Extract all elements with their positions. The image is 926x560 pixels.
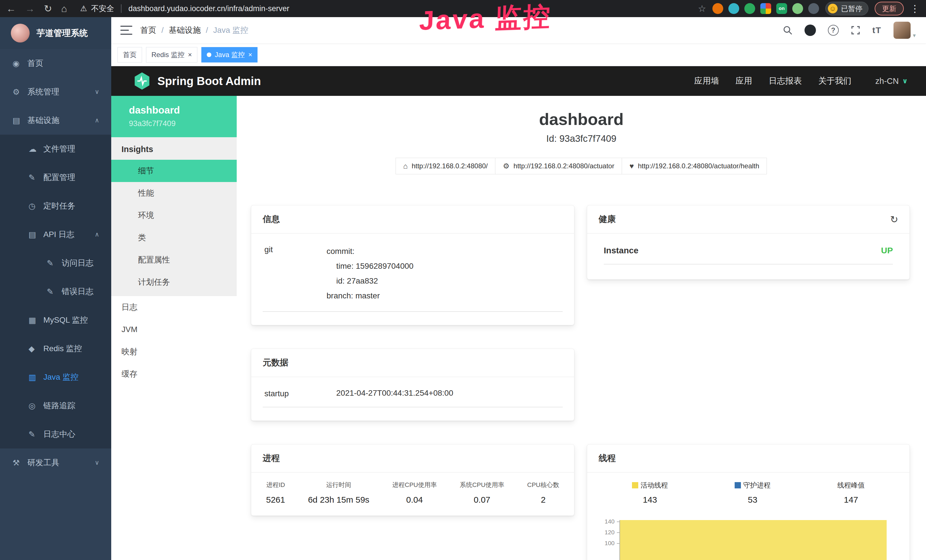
- instance-home-link[interactable]: ⌂http://192.168.0.2:48080/: [396, 158, 496, 174]
- hamburger-icon[interactable]: [120, 26, 132, 35]
- tab-label: Redis 监控: [151, 50, 185, 59]
- sidebar-item-system[interactable]: ⚙系统管理∨: [0, 77, 111, 106]
- sba-menu-item[interactable]: 计划任务: [111, 271, 237, 293]
- edit-icon: ✎: [29, 173, 43, 182]
- sidebar-item-api-log[interactable]: ▤API 日志∧: [0, 220, 111, 249]
- cloud-icon: ☁: [29, 144, 43, 154]
- sba-nav-about[interactable]: 关于我们: [818, 75, 851, 87]
- tab-java-monitor[interactable]: Java 监控×: [201, 47, 257, 62]
- address-bar[interactable]: ⚠ 不安全 dashboard.yudao.iocoder.cn/infra/a…: [80, 3, 289, 14]
- instance-health-link[interactable]: ♥http://192.168.0.2:48080/actuator/healt…: [622, 158, 767, 174]
- app-main: 首页/基础设施/Java 监控 ? tT: [111, 17, 926, 560]
- sidebar-item-files[interactable]: ☁文件管理: [0, 135, 111, 163]
- tab-home[interactable]: 首页: [118, 47, 142, 62]
- sba-menu-item[interactable]: 配置属性: [111, 249, 237, 271]
- sidebar-item-access-log[interactable]: ✎访问日志: [0, 249, 111, 277]
- sba-sidebar: dashboard 93a3fc7f7409 Insights 细节性能环境类配…: [111, 96, 237, 560]
- extension-fox-icon[interactable]: [713, 3, 723, 14]
- legend-value: 53: [735, 495, 770, 505]
- info-value: commit:time: 1596289704000id: 27aa832bra…: [327, 244, 561, 303]
- sidebar-item-tracing[interactable]: ◎链路追踪: [0, 391, 111, 420]
- sidebar-item-scheduled-jobs[interactable]: ◷定时任务: [0, 192, 111, 220]
- security-label: 不安全: [91, 3, 114, 14]
- instance-header[interactable]: dashboard 93a3fc7f7409: [111, 96, 237, 137]
- health-status: UP: [881, 246, 893, 255]
- sba-nav-applications[interactable]: 应用: [735, 75, 752, 87]
- legend-value: 147: [837, 495, 865, 505]
- threads-chart-wrap: 140 120 100: [587, 507, 909, 560]
- sidebar-item-error-log[interactable]: ✎错误日志: [0, 277, 111, 306]
- extension-drop-icon[interactable]: [728, 3, 739, 14]
- sidebar-item-dev-tools[interactable]: ⚒研发工具∨: [0, 448, 111, 477]
- sidebar-item-label: 首页: [27, 58, 43, 69]
- extension-on-badge-icon[interactable]: on: [776, 3, 787, 14]
- metric-value: 6d 23h 15m 59s: [308, 495, 369, 505]
- close-icon[interactable]: ×: [188, 51, 192, 58]
- sba-menu-item[interactable]: 环境: [111, 204, 237, 227]
- sidebar-item-config[interactable]: ✎配置管理: [0, 163, 111, 192]
- page-title: dashboard: [251, 109, 912, 129]
- sidebar-item-redis-monitor[interactable]: ◆Redis 监控: [0, 334, 111, 363]
- locale-selector[interactable]: zh-CN ∨: [875, 76, 908, 86]
- error-log-icon: ✎: [47, 287, 62, 297]
- sba-menu-item[interactable]: 缓存: [111, 363, 237, 385]
- browser-actions: ☆ on ☺ 已暂停 更新 ⋮: [698, 2, 920, 15]
- search-icon[interactable]: [783, 26, 793, 35]
- tab-redis-monitor[interactable]: Redis 监控×: [146, 47, 197, 62]
- sba-menu-item[interactable]: 类: [111, 227, 237, 249]
- sidebar-item-mysql-monitor[interactable]: ▦MySQL 监控: [0, 306, 111, 334]
- update-button[interactable]: 更新: [875, 2, 904, 15]
- sidebar-item-java-monitor[interactable]: ▥Java 监控: [0, 363, 111, 391]
- log-icon: ▤: [29, 230, 43, 239]
- sidebar-item-infrastructure[interactable]: ▤基础设施∧: [0, 106, 111, 135]
- reload-icon[interactable]: ↻: [44, 4, 52, 14]
- bookmark-star-icon[interactable]: ☆: [698, 3, 706, 14]
- annotation-java-monitor: Java 监控: [419, 0, 552, 39]
- locale-label: zh-CN: [875, 76, 899, 86]
- help-icon[interactable]: ?: [828, 25, 839, 36]
- github-icon[interactable]: [805, 24, 816, 36]
- sba-menu-item[interactable]: 映射: [111, 341, 237, 363]
- sba-menu-item[interactable]: 细节: [111, 160, 237, 182]
- extension-leaf-icon[interactable]: [792, 3, 803, 14]
- back-icon[interactable]: ←: [6, 4, 16, 14]
- health-row: Instance UP: [604, 246, 893, 265]
- extension-green-circle-icon[interactable]: [744, 3, 755, 14]
- breadcrumb-item[interactable]: 基础设施: [169, 25, 201, 36]
- extension-grid-icon[interactable]: [760, 3, 771, 14]
- info-card: 信息 git commit:time: 1596289704000id: 27a…: [251, 205, 574, 325]
- sidebar-item-log-center[interactable]: ✎日志中心: [0, 420, 111, 448]
- process-metric: CPU核心数2: [527, 481, 559, 505]
- health-card-body: Instance UP: [587, 234, 909, 279]
- process-metric: 系统CPU使用率0.07: [460, 481, 504, 505]
- legend-text: 守护进程: [743, 481, 770, 490]
- extension-puzzle-icon[interactable]: [808, 3, 819, 14]
- font-size-icon[interactable]: tT: [872, 26, 882, 35]
- browser-home-icon[interactable]: ⌂: [61, 4, 67, 14]
- sba-menu-item[interactable]: 性能: [111, 182, 237, 204]
- process-metric: 进程CPU使用率0.04: [392, 481, 437, 505]
- link-url: http://192.168.0.2:48080/: [412, 162, 488, 170]
- sba-nav-wallboard[interactable]: 应用墙: [694, 75, 719, 87]
- history-icon[interactable]: ↺: [890, 214, 898, 225]
- instance-actuator-link[interactable]: ⚙http://192.168.0.2:48080/actuator: [495, 158, 622, 174]
- sba-menu-item[interactable]: JVM: [111, 318, 237, 341]
- process-card: 进程 进程ID5261运行时间6d 23h 15m 59s进程CPU使用率0.0…: [251, 444, 574, 516]
- browser-menu-icon[interactable]: ⋮: [910, 3, 920, 14]
- sba-menu-item[interactable]: 日志: [111, 296, 237, 318]
- breadcrumb-item[interactable]: 首页: [140, 25, 156, 36]
- paused-badge[interactable]: ☺ 已暂停: [825, 2, 869, 15]
- metadata-value: 2021-04-27T00:44:31.254+08:00: [336, 387, 561, 399]
- insights-group: Insights 细节性能环境类配置属性计划任务: [111, 137, 237, 296]
- sidebar-item-home[interactable]: ◉首页: [0, 49, 111, 77]
- sba-nav-journal[interactable]: 日志报表: [769, 75, 802, 87]
- smiley-icon: ☺: [828, 4, 838, 14]
- metadata-card-header: 元数据: [251, 349, 574, 377]
- close-icon[interactable]: ×: [248, 51, 252, 58]
- forward-icon[interactable]: →: [25, 4, 35, 14]
- app-logo-row[interactable]: 芋道管理系统: [0, 17, 111, 49]
- fullscreen-icon[interactable]: [851, 26, 860, 35]
- user-menu[interactable]: ▾: [893, 22, 916, 39]
- legend-swatch: [735, 482, 741, 488]
- breadcrumb-item[interactable]: Java 监控: [213, 25, 248, 36]
